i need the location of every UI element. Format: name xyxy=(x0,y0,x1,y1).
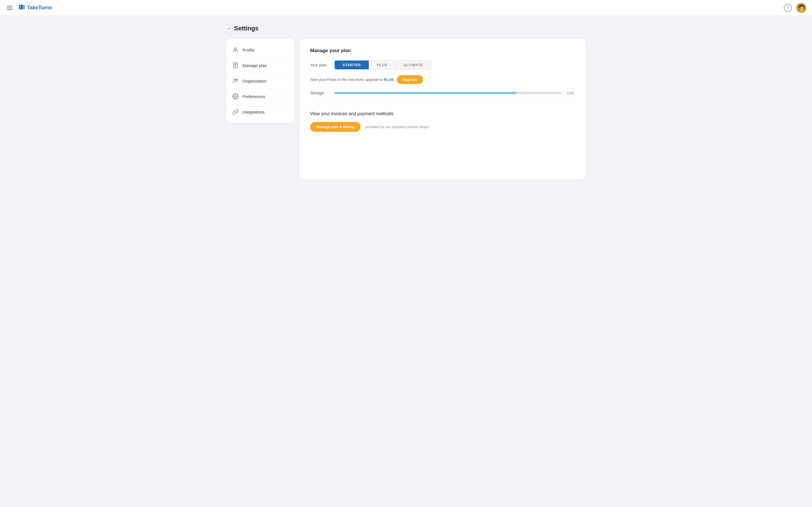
manage-plan-title: Manage your plan xyxy=(310,48,575,54)
sidebar-organization-label: Organization xyxy=(243,78,266,83)
storage-bar-container xyxy=(335,92,562,94)
sidebar-item-integrations[interactable]: Integrations xyxy=(227,104,294,119)
nav-right: ? 🧑 xyxy=(784,3,806,13)
manage-plan-icon xyxy=(232,62,239,68)
svg-text:T: T xyxy=(19,5,21,10)
plan-row-label: Your plan xyxy=(310,63,330,67)
main-panel: Manage your plan Your plan STARTER PLUS … xyxy=(300,39,585,180)
svg-point-8 xyxy=(234,79,236,81)
billing-section-title: View your invoices and payment methods xyxy=(310,111,575,116)
logo-icon: T xyxy=(18,3,26,13)
upgrade-description: Take your Flows to the next level, upgra… xyxy=(310,77,394,82)
manage-billing-button[interactable]: Manage plan & Billing xyxy=(310,122,361,132)
billing-note: provided by our payment partner Stripe xyxy=(365,125,428,129)
organization-icon xyxy=(232,78,239,84)
plan-tab-starter[interactable]: STARTER xyxy=(335,61,369,69)
nav-left: T TakeTurns xyxy=(6,3,52,13)
storage-row: Storage 1GB xyxy=(310,91,575,95)
svg-point-9 xyxy=(236,79,238,81)
upgrade-row: Take your Flows to the next level, upgra… xyxy=(310,75,575,84)
preferences-icon xyxy=(232,93,239,100)
help-button[interactable]: ? xyxy=(784,4,792,12)
profile-icon xyxy=(232,47,239,53)
main-layout: Profile Manage plan xyxy=(227,39,585,180)
storage-label: Storage xyxy=(310,91,330,95)
sidebar-integrations-label: Integrations xyxy=(243,110,264,114)
svg-rect-1 xyxy=(21,5,25,9)
plan-tab-plus[interactable]: PLUS xyxy=(369,61,396,69)
logo-text: TakeTurns xyxy=(27,5,52,11)
section-divider xyxy=(310,103,575,103)
sidebar-manage-plan-label: Manage plan xyxy=(243,63,267,68)
storage-bar-fill xyxy=(335,92,516,94)
integrations-icon xyxy=(232,109,239,115)
sidebar-item-organization[interactable]: Organization xyxy=(227,73,294,89)
storage-size: 1GB xyxy=(567,91,575,95)
sidebar-item-preferences[interactable]: Preferences xyxy=(227,89,294,104)
sidebar-preferences-label: Preferences xyxy=(243,94,265,99)
page-title: Settings xyxy=(234,25,259,32)
plan-tabs: STARTER PLUS ULTIMATE xyxy=(335,60,431,69)
page-content: ← Settings Profile xyxy=(220,16,592,189)
avatar-figure: 🧑 xyxy=(798,5,805,11)
sidebar-item-manage-plan[interactable]: Manage plan xyxy=(227,58,294,73)
sidebar-item-profile[interactable]: Profile xyxy=(227,42,294,58)
back-header: ← Settings xyxy=(227,25,585,32)
svg-point-10 xyxy=(235,96,236,97)
billing-row: Manage plan & Billing provided by our pa… xyxy=(310,122,575,132)
plan-row: Your plan STARTER PLUS ULTIMATE xyxy=(310,60,575,69)
upgrade-button[interactable]: Upgrade xyxy=(397,75,423,84)
svg-rect-4 xyxy=(234,63,238,68)
settings-sidebar: Profile Manage plan xyxy=(227,39,294,123)
svg-point-3 xyxy=(234,48,236,50)
user-avatar[interactable]: 🧑 xyxy=(796,3,806,13)
hamburger-menu-button[interactable] xyxy=(6,5,13,11)
sidebar-profile-label: Profile xyxy=(243,48,255,52)
plan-tab-ultimate[interactable]: ULTIMATE xyxy=(396,61,431,69)
logo-link[interactable]: T TakeTurns xyxy=(18,3,52,13)
top-navigation: T TakeTurns ? 🧑 xyxy=(0,0,812,16)
back-button[interactable]: ← xyxy=(227,25,232,32)
